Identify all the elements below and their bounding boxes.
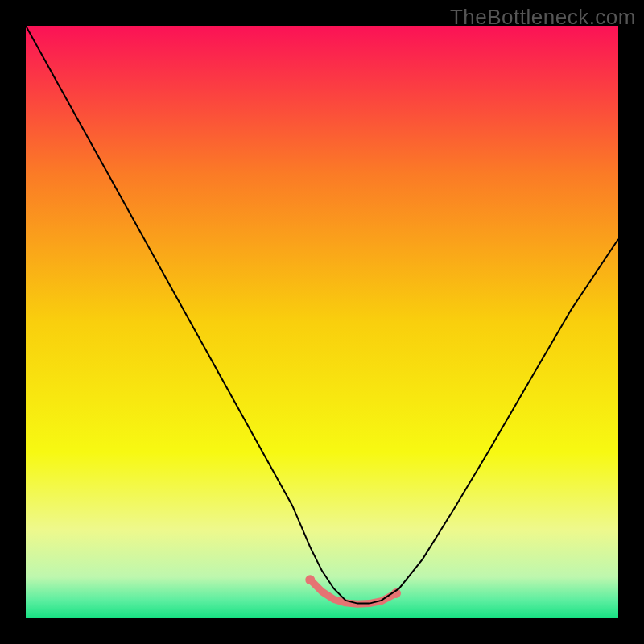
chart-svg: [26, 26, 618, 618]
chart-frame: TheBottleneck.com: [0, 0, 644, 644]
bottom-segment-start-dot: [305, 575, 315, 584]
plot-area: [26, 26, 618, 618]
gradient-rect: [26, 26, 618, 618]
